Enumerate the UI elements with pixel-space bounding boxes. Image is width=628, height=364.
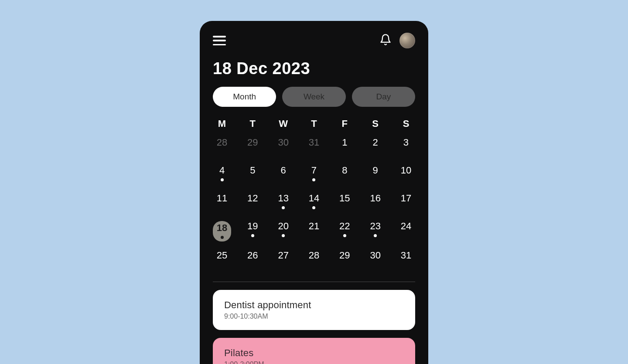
calendar-app-frame: 18 Dec 2023 Month Week Day MTWTFSS 28293…	[200, 21, 428, 364]
day-number: 10	[401, 165, 411, 176]
calendar-day-cell[interactable]: 12	[243, 193, 262, 212]
user-avatar[interactable]	[399, 33, 415, 48]
day-number: 20	[278, 221, 288, 231]
day-number: 22	[339, 221, 350, 231]
event-indicator-dot	[251, 234, 254, 237]
calendar-day-cell[interactable]: 17	[397, 193, 415, 212]
calendar-day-cell[interactable]: 24	[397, 221, 415, 242]
current-date-title: 18 Dec 2023	[213, 59, 415, 78]
calendar-day-cell[interactable]: 20	[274, 221, 293, 242]
calendar-day-cell[interactable]: 29	[243, 137, 262, 156]
calendar-day-cell[interactable]: 2	[366, 137, 385, 156]
calendar-row: 18192021222324	[213, 221, 415, 242]
day-number: 25	[217, 250, 227, 261]
day-number: 23	[370, 221, 380, 231]
calendar-row: 45678910	[213, 165, 415, 184]
header-actions	[379, 33, 415, 48]
day-number: 5	[250, 165, 255, 176]
calendar-grid: 2829303112345678910111213141516171819202…	[213, 137, 415, 269]
day-number: 30	[370, 250, 380, 261]
calendar-day-cell[interactable]: 29	[335, 250, 354, 269]
calendar-day-cell[interactable]: 16	[366, 193, 385, 212]
day-number: 19	[247, 221, 258, 231]
calendar-day-cell[interactable]: 18	[213, 221, 231, 242]
day-number: 9	[373, 165, 378, 176]
day-number: 14	[309, 193, 319, 204]
calendar-day-cell[interactable]: 27	[274, 250, 293, 269]
calendar-day-cell[interactable]: 11	[213, 193, 231, 212]
day-number: 21	[309, 221, 319, 231]
calendar-day-cell[interactable]: 9	[366, 165, 385, 184]
day-number: 6	[281, 165, 286, 176]
calendar-day-cell[interactable]: 30	[274, 137, 293, 156]
calendar-day-cell[interactable]: 7	[305, 165, 323, 184]
day-number: 30	[278, 137, 288, 148]
day-number: 29	[339, 250, 350, 261]
calendar-day-cell[interactable]: 1	[335, 137, 354, 156]
tab-day[interactable]: Day	[352, 87, 415, 107]
day-number: 12	[247, 193, 258, 204]
day-number: 3	[403, 137, 409, 148]
calendar-day-cell[interactable]: 6	[274, 165, 293, 184]
section-divider	[213, 282, 415, 282]
hamburger-menu-icon[interactable]	[213, 36, 226, 45]
day-number: 31	[309, 137, 319, 148]
day-number: 16	[370, 193, 380, 204]
calendar-day-cell[interactable]: 8	[335, 165, 354, 184]
calendar-day-cell[interactable]: 26	[243, 250, 262, 269]
day-number: 11	[217, 193, 227, 204]
calendar-day-cell[interactable]: 19	[243, 221, 262, 242]
day-number: 29	[247, 137, 258, 148]
weekday-label: T	[305, 118, 323, 129]
calendar-row: 28293031123	[213, 137, 415, 156]
event-card[interactable]: Dentist appointment9:00-10:30AM	[213, 290, 415, 330]
tab-week[interactable]: Week	[282, 87, 345, 107]
day-number: 31	[401, 250, 411, 261]
calendar-day-cell[interactable]: 28	[305, 250, 323, 269]
event-indicator-dot	[343, 234, 346, 237]
event-indicator-dot	[282, 234, 285, 237]
weekday-label: T	[243, 118, 262, 129]
calendar-day-cell[interactable]: 25	[213, 250, 231, 269]
day-number: 24	[401, 221, 411, 231]
calendar-day-cell[interactable]: 31	[305, 137, 323, 156]
calendar-day-cell[interactable]: 21	[305, 221, 323, 242]
event-indicator-dot	[282, 206, 285, 209]
weekday-label: W	[274, 118, 293, 129]
calendar-day-cell[interactable]: 3	[397, 137, 415, 156]
weekday-label: S	[397, 118, 415, 129]
day-number: 18	[217, 223, 227, 233]
tab-month[interactable]: Month	[213, 87, 276, 107]
event-title: Pilates	[224, 347, 404, 359]
events-list: Dentist appointment9:00-10:30AMPilates1:…	[213, 290, 415, 364]
calendar-day-cell[interactable]: 4	[213, 165, 231, 184]
weekday-label: M	[213, 118, 231, 129]
weekday-label: S	[366, 118, 385, 129]
calendar-day-cell[interactable]: 15	[335, 193, 354, 212]
day-number: 17	[401, 193, 411, 204]
view-tabs: Month Week Day	[213, 87, 415, 107]
day-number: 8	[342, 165, 347, 176]
day-number: 27	[278, 250, 288, 261]
day-number: 1	[342, 137, 347, 148]
weekday-label: F	[335, 118, 354, 129]
calendar-day-cell[interactable]: 23	[366, 221, 385, 242]
calendar-day-cell[interactable]: 10	[397, 165, 415, 184]
calendar-day-cell[interactable]: 30	[366, 250, 385, 269]
calendar-day-cell[interactable]: 14	[305, 193, 323, 212]
day-number: 2	[373, 137, 378, 148]
calendar-row: 25262728293031	[213, 250, 415, 269]
calendar-day-cell[interactable]: 13	[274, 193, 293, 212]
calendar-day-cell[interactable]: 31	[397, 250, 415, 269]
calendar-day-cell[interactable]: 5	[243, 165, 262, 184]
day-number: 15	[339, 193, 350, 204]
event-card[interactable]: Pilates1:00-2:00PM	[213, 338, 415, 364]
calendar-day-cell[interactable]: 28	[213, 137, 231, 156]
notifications-bell-icon[interactable]	[379, 34, 392, 48]
calendar-row: 11121314151617	[213, 193, 415, 212]
event-indicator-dot	[221, 178, 224, 181]
day-number: 4	[219, 165, 225, 176]
day-number: 28	[217, 137, 227, 148]
calendar-day-cell[interactable]: 22	[335, 221, 354, 242]
day-number: 7	[311, 165, 317, 176]
